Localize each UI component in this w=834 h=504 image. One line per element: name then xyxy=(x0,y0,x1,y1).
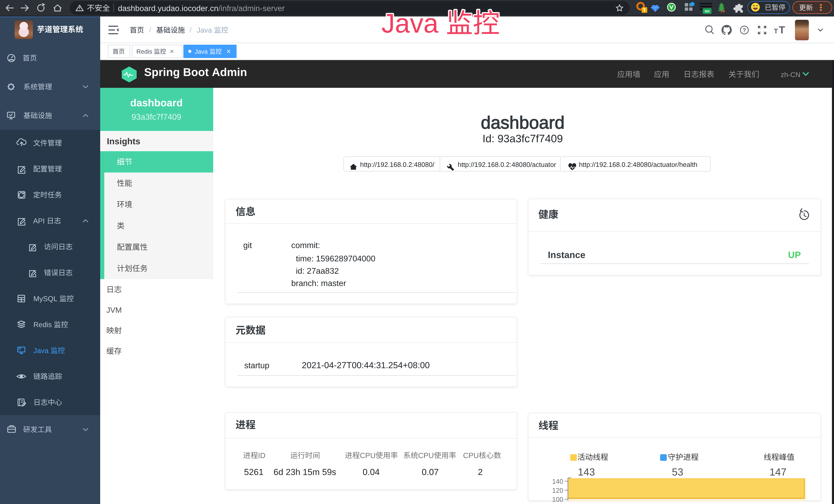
svg-text:on: on xyxy=(705,9,709,13)
svg-text:?: ? xyxy=(743,27,746,33)
